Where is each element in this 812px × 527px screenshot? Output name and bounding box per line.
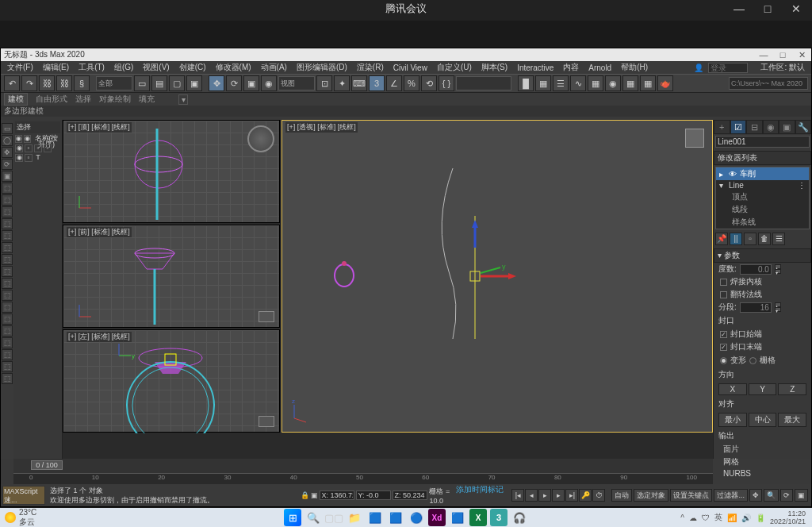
menu-help[interactable]: 帮助(H) — [618, 62, 651, 73]
tab-hierarchy[interactable]: ⊟ — [746, 120, 763, 134]
isolate-icon[interactable]: ▣ — [311, 491, 318, 499]
snap-toggle[interactable]: 3 — [369, 75, 385, 91]
menu-scripting[interactable]: 脚本(S) — [478, 62, 511, 73]
maxscript-listener[interactable]: MAXScript 迷... — [2, 486, 45, 505]
manipulate-button[interactable]: ✦ — [334, 75, 350, 91]
tool-lasso[interactable]: ◯ — [2, 135, 13, 146]
menu-modifiers[interactable]: 修改器(M) — [213, 62, 255, 73]
set-key[interactable]: 设置关键点 — [670, 489, 712, 502]
menu-content[interactable]: 内容 — [560, 62, 582, 73]
coord-z[interactable] — [393, 490, 427, 500]
menu-arnold[interactable]: Arnold — [585, 63, 615, 72]
play[interactable]: ▸ — [538, 489, 551, 502]
explorer-icon[interactable]: 📁 — [346, 509, 363, 526]
menu-create[interactable]: 创建(C) — [176, 62, 209, 73]
align-center-button[interactable]: 中心 — [749, 413, 777, 427]
tab-motion[interactable]: ◉ — [763, 120, 779, 134]
coord-y[interactable] — [356, 490, 391, 500]
render-frame-button[interactable]: ▦ — [640, 75, 656, 91]
window-crossing-button[interactable]: ▣ — [186, 75, 202, 91]
tool-15[interactable]: ⬚ — [2, 302, 13, 313]
redo-button[interactable]: ↷ — [21, 75, 37, 91]
3dsmax-taskbar-icon[interactable]: 3 — [490, 509, 508, 526]
tab-modify[interactable]: ☑ — [730, 120, 747, 134]
nav-max[interactable]: ▣ — [795, 489, 808, 502]
tab-utilities[interactable]: 🔧 — [795, 120, 812, 134]
scale-button[interactable]: ▣ — [243, 75, 259, 91]
align-button[interactable]: ▦ — [535, 75, 551, 91]
tool-18[interactable]: ⬚ — [2, 337, 13, 348]
angle-snap[interactable]: ∠ — [386, 75, 402, 91]
undo-button[interactable]: ↶ — [4, 75, 20, 91]
app-icon-4[interactable]: 🎧 — [511, 509, 528, 526]
tray-clock[interactable]: 11:20 2022/10/21 — [770, 510, 806, 525]
menu-views[interactable]: 视图(V) — [140, 62, 172, 73]
tray-volume-icon[interactable]: 🔊 — [741, 514, 751, 522]
auto-key[interactable]: 自动 — [611, 489, 632, 502]
viewport-left[interactable]: [+] [左] [标准] [线框] y — [63, 329, 280, 433]
taskview-button[interactable]: ▢▢ — [325, 509, 343, 526]
named-selection-dropdown[interactable] — [456, 76, 511, 90]
sel-lock[interactable]: 选定对象 — [634, 489, 668, 502]
key-mode[interactable]: 🔑 — [579, 489, 592, 502]
project-path[interactable]: C:\Users\~~ Max 2020 ~ — [729, 77, 808, 90]
ref-coord-dropdown[interactable]: 视图 — [278, 76, 315, 90]
menu-file[interactable]: 文件(F) — [4, 62, 36, 73]
row-icon4[interactable]: ▫ — [44, 144, 52, 152]
ribbon-tab-paint[interactable]: 对象绘制 — [99, 94, 131, 105]
ribbon-tab-populate[interactable]: 填充 — [139, 94, 155, 105]
ribbon-tab-modeling[interactable]: 建模 — [4, 93, 28, 106]
pin-stack[interactable]: 📌 — [715, 233, 728, 245]
timeline[interactable]: 0 / 100 — [13, 459, 713, 473]
axis-z-button[interactable]: Z — [778, 383, 806, 395]
morph-radio[interactable] — [720, 357, 727, 364]
close-button[interactable]: ✕ — [782, 2, 810, 17]
object-name-input[interactable] — [715, 136, 810, 148]
tool-20[interactable]: ⬚ — [2, 361, 13, 372]
pivot-button[interactable]: ⊡ — [316, 75, 332, 91]
move-button[interactable]: ✥ — [209, 75, 224, 91]
make-unique[interactable]: ▫ — [744, 233, 756, 245]
mod-sub-spline[interactable]: 样条线 — [716, 216, 809, 229]
row-icon2[interactable]: ▫ — [25, 144, 33, 152]
tool-16[interactable]: ⬚ — [2, 314, 13, 325]
app-icon-2[interactable]: 🔵 — [408, 509, 425, 526]
row2-icon2[interactable]: ▫ — [25, 154, 33, 162]
tool-5[interactable]: ⬚ — [2, 183, 13, 194]
tool-21[interactable]: ⬚ — [2, 373, 13, 384]
xd-icon[interactable]: Xd — [428, 509, 446, 526]
nav-left[interactable] — [259, 416, 274, 427]
time-slider[interactable]: 0 / 100 — [31, 460, 63, 470]
tool-8[interactable]: ⬚ — [2, 218, 13, 229]
tab-display[interactable]: ▣ — [779, 120, 795, 134]
percent-snap[interactable]: % — [404, 75, 419, 91]
menu-animation[interactable]: 动画(A) — [258, 62, 290, 73]
row-icon[interactable]: ◉ — [15, 144, 23, 152]
goto-start[interactable]: |◂ — [511, 489, 524, 502]
tray-wifi-icon[interactable]: 📶 — [727, 514, 737, 522]
spinner-snap[interactable]: ⟲ — [421, 75, 437, 91]
mod-line[interactable]: ▾Line⋮ — [716, 180, 809, 190]
signin-input[interactable] — [708, 63, 748, 73]
next-frame[interactable]: ▸ — [552, 489, 565, 502]
coord-x[interactable] — [320, 490, 354, 500]
segments-input[interactable] — [740, 302, 772, 313]
tool-scale[interactable]: ▣ — [2, 171, 13, 182]
tool-rotate[interactable]: ⟳ — [2, 159, 13, 170]
vis-toggle-2[interactable]: ◉ — [24, 135, 31, 143]
menu-civilview[interactable]: Civil View — [390, 63, 431, 72]
ribbon-tab-freeform[interactable]: 自由形式 — [36, 94, 67, 105]
viewport-top[interactable]: [+] [顶] [标准] [线框] — [63, 120, 280, 223]
layers-button[interactable]: ☰ — [553, 75, 569, 91]
curve-editor-button[interactable]: ∿ — [570, 75, 586, 91]
add-time-tag[interactable]: 添加时间标记 — [451, 484, 508, 506]
max-close[interactable]: ✕ — [792, 48, 811, 61]
render-setup-button[interactable]: ▦ — [622, 75, 638, 91]
tray-ime[interactable]: 英 — [714, 512, 722, 523]
render-button[interactable]: 🫖 — [657, 75, 673, 91]
workspace-selector[interactable]: 工作区: 默认 — [757, 62, 808, 73]
named-sel-button[interactable]: { } — [439, 75, 454, 91]
search-button[interactable]: 🔍 — [304, 509, 322, 526]
weld-checkbox[interactable] — [720, 279, 727, 286]
tool-select[interactable]: ▭ — [2, 123, 13, 134]
